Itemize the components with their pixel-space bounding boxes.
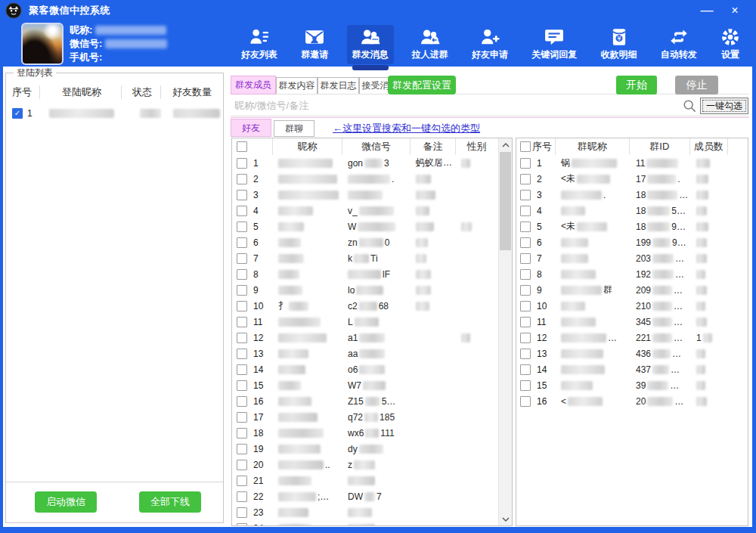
friend-row[interactable]: 2.	[232, 171, 499, 187]
row-checkbox[interactable]	[237, 174, 247, 184]
row-checkbox[interactable]	[237, 333, 247, 343]
row-checkbox[interactable]	[237, 491, 247, 502]
row-checkbox[interactable]	[520, 364, 531, 375]
group-row[interactable]: 13436…	[516, 346, 748, 361]
friend-row[interactable]: 8lF	[232, 266, 499, 282]
login-row[interactable]: ✓1	[6, 105, 223, 122]
group-row[interactable]: 61999…	[516, 234, 748, 250]
row-checkbox[interactable]	[520, 396, 531, 407]
row-checkbox[interactable]	[237, 253, 247, 264]
subtab-群聊[interactable]: 群聊	[274, 120, 314, 137]
nav-item-payment-detail[interactable]: ¥收款明细	[596, 25, 643, 64]
group-row[interactable]: 8192…	[516, 266, 748, 282]
nav-item-group-invite[interactable]: 群邀请	[296, 25, 333, 64]
nav-item-settings[interactable]: 设置	[715, 25, 745, 64]
nav-item-pull-into-group[interactable]: 拉人进群	[407, 25, 454, 64]
group-row[interactable]: 1539…	[516, 377, 748, 393]
group-row[interactable]: 12…221…1	[516, 330, 748, 346]
scroll-up-icon[interactable]	[499, 138, 512, 151]
login-row-checkbox[interactable]: ✓	[12, 108, 23, 119]
nav-item-group-message[interactable]: 群发消息	[347, 25, 394, 64]
row-checkbox[interactable]	[520, 301, 531, 311]
row-checkbox[interactable]	[237, 476, 247, 486]
row-checkbox[interactable]	[520, 222, 531, 232]
friend-row[interactable]: 15W7	[232, 377, 499, 393]
row-checkbox[interactable]	[237, 349, 247, 359]
row-checkbox[interactable]	[237, 206, 247, 216]
row-checkbox[interactable]	[520, 237, 531, 248]
row-checkbox[interactable]	[237, 507, 247, 518]
friend-row[interactable]: 24	[232, 520, 499, 525]
friend-row[interactable]: 14o6	[232, 361, 499, 377]
row-checkbox[interactable]	[237, 523, 247, 526]
tab-群发内容[interactable]: 群发内容	[276, 77, 318, 95]
row-checkbox[interactable]	[237, 428, 247, 438]
tab-群发日志[interactable]: 群发日志	[318, 77, 359, 95]
scroll-down-icon[interactable]	[499, 513, 512, 525]
group-row[interactable]: 9群209…	[516, 282, 748, 298]
start-button[interactable]: 开始	[616, 76, 657, 95]
row-checkbox[interactable]	[237, 412, 247, 423]
group-row[interactable]: 1锅11	[516, 155, 748, 171]
row-checkbox[interactable]	[237, 301, 247, 311]
search-input[interactable]	[231, 97, 677, 114]
row-checkbox[interactable]	[237, 237, 247, 248]
group-row[interactable]: 14437…	[516, 361, 748, 377]
group-row[interactable]: 16<20…	[516, 393, 748, 409]
row-checkbox[interactable]	[520, 206, 531, 216]
friend-row[interactable]: 18wx6111	[232, 425, 499, 441]
group-row[interactable]: 10210…	[516, 298, 748, 314]
all-offline-button[interactable]: 全部下线	[139, 491, 201, 513]
row-checkbox[interactable]	[520, 269, 531, 280]
row-checkbox[interactable]	[520, 285, 531, 296]
group-row[interactable]: 5<未189…	[516, 218, 748, 234]
start-wechat-button[interactable]: 启动微信	[35, 491, 97, 513]
scrollbar-thumb[interactable]	[500, 152, 511, 250]
row-checkbox[interactable]	[520, 380, 531, 391]
group-row[interactable]: 4185…	[516, 203, 748, 218]
friend-row[interactable]: 16Z155…	[232, 393, 499, 409]
row-checkbox[interactable]	[237, 396, 247, 407]
friend-row[interactable]: 21	[232, 473, 499, 488]
close-button[interactable]: ×	[720, 0, 750, 21]
subtab-好友[interactable]: 好友	[231, 119, 271, 137]
row-checkbox[interactable]	[520, 174, 531, 184]
row-checkbox[interactable]	[237, 158, 247, 169]
row-checkbox[interactable]	[237, 364, 247, 375]
friend-row[interactable]: 9lo	[232, 282, 499, 298]
stop-button[interactable]: 停止	[675, 76, 718, 95]
mass-send-config-button[interactable]: 群发配置设置	[388, 76, 456, 95]
friend-row[interactable]: 1gon3蚂蚁居…	[232, 155, 499, 171]
friend-row[interactable]: 22;…DW7	[232, 488, 499, 504]
row-checkbox[interactable]	[520, 349, 531, 359]
subtab-hint-link[interactable]: ←这里设置搜索和一键勾选的类型	[333, 122, 480, 135]
group-row[interactable]: 3.18…	[516, 187, 748, 203]
friend-row[interactable]: 19dy	[232, 441, 499, 457]
row-checkbox[interactable]	[237, 285, 247, 296]
row-checkbox[interactable]	[237, 222, 247, 232]
search-icon[interactable]	[683, 99, 696, 113]
row-checkbox[interactable]	[237, 460, 247, 470]
friend-row[interactable]: 20..z	[232, 457, 499, 473]
check-all-button[interactable]: 一键勾选	[700, 98, 748, 114]
group-row[interactable]: 2<未17.	[516, 171, 748, 187]
nav-item-keyword-reply[interactable]: 关键词回复	[526, 25, 582, 64]
row-checkbox[interactable]	[520, 190, 531, 200]
friend-row[interactable]: 17q72185	[232, 409, 499, 425]
nav-item-friend-request[interactable]: 好友申请	[466, 25, 513, 64]
nav-item-auto-forward[interactable]: 自动转发	[655, 25, 702, 64]
friend-row[interactable]: 4v_	[232, 203, 499, 218]
groups-select-all-checkbox[interactable]	[520, 141, 531, 152]
row-checkbox[interactable]	[237, 444, 247, 454]
friend-row[interactable]: 10扌c268	[232, 298, 499, 314]
group-row[interactable]: 7203…	[516, 250, 748, 266]
row-checkbox[interactable]	[520, 158, 531, 169]
friend-row[interactable]: 23	[232, 504, 499, 520]
row-checkbox[interactable]	[237, 269, 247, 280]
minimize-button[interactable]: —	[692, 0, 722, 21]
nav-item-friend-list[interactable]: 好友列表	[236, 25, 283, 64]
row-checkbox[interactable]	[237, 190, 247, 200]
row-checkbox[interactable]	[520, 317, 531, 327]
row-checkbox[interactable]	[237, 317, 247, 327]
friend-row[interactable]: 7kTi	[232, 250, 499, 266]
